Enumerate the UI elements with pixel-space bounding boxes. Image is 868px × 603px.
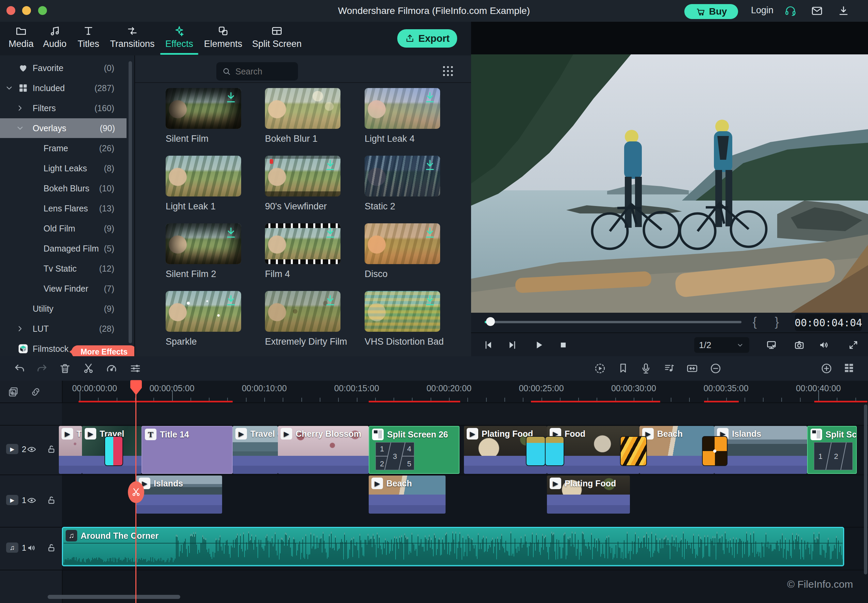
transition-zigzag[interactable] (620, 436, 647, 466)
effect-thumbnail[interactable] (166, 88, 241, 129)
effect-item-bokeh-blur-1[interactable]: Bokeh Blur 1 (265, 88, 341, 144)
speed-icon[interactable] (105, 362, 118, 374)
mini-screen-icon[interactable] (766, 339, 777, 351)
timeline-ruler[interactable]: 00:00:00:0000:00:05:0000:00:10:0000:00:1… (62, 381, 868, 403)
clip-title-14[interactable]: TTitle 14 (141, 426, 232, 474)
chevron-right-icon[interactable] (16, 324, 25, 333)
transition-cyan[interactable] (545, 436, 564, 466)
effect-thumbnail[interactable] (265, 88, 341, 129)
timeline-horizontal-scrollbar[interactable] (48, 595, 180, 599)
track-type-tile[interactable]: ▶ (6, 444, 19, 454)
sidebar-item-bokeh-blurs[interactable]: Bokeh Blurs(10) (0, 178, 126, 198)
effect-thumbnail[interactable] (265, 291, 341, 332)
mixer-icon[interactable] (663, 362, 675, 374)
play-button[interactable] (533, 339, 544, 351)
effect-thumbnail[interactable] (265, 223, 341, 264)
effect-thumbnail[interactable] (364, 88, 440, 129)
clip-travel-0[interactable]: ▶Travel 0 (232, 426, 278, 474)
sidebar-item-filters[interactable]: Filters(160) (0, 98, 126, 118)
delete-icon[interactable] (59, 362, 71, 374)
sidebar-item-damaged-film[interactable]: Damaged Film(5) (0, 239, 126, 258)
download-effect-icon[interactable] (224, 91, 238, 104)
buy-button[interactable]: Buy (684, 4, 738, 19)
download-effect-icon[interactable] (423, 226, 437, 240)
clip-plating-food[interactable]: ▶Plating Food (547, 476, 630, 513)
track-manager-icon[interactable] (843, 362, 855, 374)
download-effect-icon[interactable] (423, 294, 437, 307)
sidebar-item-lut[interactable]: LUT(28) (0, 319, 126, 339)
playhead-pin[interactable] (130, 380, 142, 396)
sidebar-scrollbar[interactable] (129, 61, 132, 343)
chevron-down-icon[interactable] (5, 83, 14, 93)
speaker-icon[interactable] (818, 339, 830, 351)
effect-thumbnail[interactable] (364, 156, 440, 196)
clip-split-screen-26[interactable]: Split Screen 2612345 (369, 426, 459, 474)
track-type-tile[interactable]: ▶ (6, 495, 19, 505)
clip-islands[interactable]: ▶Islands (136, 476, 222, 513)
speaker-icon[interactable] (26, 543, 37, 553)
sidebar-item-utility[interactable]: Utility(9) (0, 299, 126, 319)
stop-button[interactable] (558, 339, 569, 351)
tab-split-screen[interactable]: Split Screen (251, 25, 302, 49)
search-box[interactable] (216, 62, 298, 80)
lock-open-icon[interactable] (46, 495, 56, 506)
tab-transitions[interactable]: Transitions (107, 25, 158, 49)
clip-cherry-blossom[interactable]: ▶Cherry Blossom (278, 426, 369, 474)
track-type-tile[interactable]: ♫ (6, 543, 19, 553)
zoom-out-icon[interactable] (710, 362, 722, 374)
clip-islands[interactable]: ▶Islands (714, 426, 807, 474)
effect-thumbnail[interactable] (265, 156, 341, 196)
login-button[interactable]: Login (751, 5, 773, 15)
preview-zoom-select[interactable]: 1/2 (694, 337, 749, 353)
download-effect-icon[interactable] (324, 158, 337, 172)
effect-thumbnail[interactable] (166, 291, 241, 332)
effect-item-static-2[interactable]: Static 2 (364, 156, 440, 212)
zoom-in-icon[interactable] (820, 362, 832, 374)
sidebar-item-lens-flares[interactable]: Lens Flares(13) (0, 198, 126, 218)
eye-icon[interactable] (26, 495, 37, 506)
previous-frame-button[interactable] (483, 339, 494, 351)
render-preview-icon[interactable] (594, 362, 606, 374)
effect-item-vhs-distortion-bad[interactable]: VHS Distortion Bad (364, 291, 440, 347)
effect-item-light-leak-4[interactable]: Light Leak 4 (364, 88, 440, 144)
clip-split-scre[interactable]: Split Scre12 (807, 426, 857, 474)
lock-open-icon[interactable] (46, 444, 56, 455)
sidebar-item-tv-static[interactable]: Tv Static(12) (0, 259, 126, 278)
download-effect-icon[interactable] (324, 226, 337, 240)
effect-item-extremely-dirty-film[interactable]: Extremely Dirty Film (265, 291, 341, 347)
download-effect-icon[interactable] (423, 91, 437, 104)
split-clip-button[interactable] (128, 481, 144, 503)
effect-thumbnail[interactable] (166, 156, 241, 196)
effect-item-90-s-viewfinder[interactable]: 90's Viewfinder (265, 156, 341, 212)
clip-around-the-corner[interactable]: ♫Around The Corner (62, 527, 844, 566)
fit-timeline-icon[interactable] (686, 362, 698, 374)
chevron-right-icon[interactable] (16, 104, 25, 113)
download-effect-icon[interactable] (423, 158, 437, 172)
undo-icon[interactable] (14, 362, 26, 374)
sidebar-item-overlays[interactable]: Overlays(90) (0, 118, 127, 138)
transition-cyan[interactable] (526, 436, 546, 466)
lock-open-icon[interactable] (46, 543, 56, 553)
redo-icon[interactable] (36, 362, 48, 374)
clip-beach[interactable]: ▶Beach (369, 476, 446, 513)
effect-item-sparkle[interactable]: Sparkle (166, 291, 241, 347)
sidebar-item-frame[interactable]: Frame(26) (0, 138, 126, 158)
effect-item-film-4[interactable]: Film 4 (265, 223, 341, 280)
mark-out-icon[interactable]: } (775, 315, 779, 329)
seek-handle[interactable] (486, 317, 495, 326)
search-input[interactable] (235, 66, 290, 77)
clip-t[interactable]: ▶T (59, 426, 82, 474)
marker-icon[interactable] (617, 362, 629, 374)
sidebar-item-old-film[interactable]: Old Film(9) (0, 218, 126, 238)
sidebar-item-view-finder[interactable]: View Finder(7) (0, 279, 126, 298)
adjust-icon[interactable] (129, 362, 141, 374)
timeline-vertical-scrollbar[interactable] (864, 405, 867, 574)
sidebar-item-filmstock[interactable]: Filmstock (0, 339, 126, 359)
effect-thumbnail[interactable] (166, 223, 241, 264)
voiceover-icon[interactable] (640, 362, 652, 374)
effect-thumbnail[interactable] (364, 223, 440, 264)
sidebar-item-included[interactable]: Included(287) (0, 78, 126, 98)
effect-item-silent-film-2[interactable]: Silent Film 2 (166, 223, 241, 280)
tab-elements[interactable]: Elements (198, 25, 249, 49)
mark-in-icon[interactable]: { (753, 315, 757, 329)
